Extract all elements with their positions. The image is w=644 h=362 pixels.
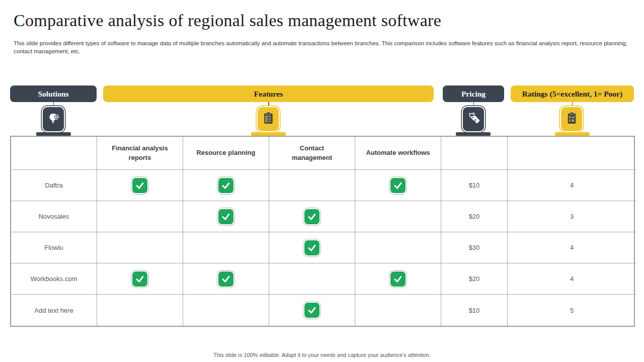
features-tab-mark xyxy=(251,132,286,136)
checkmark-icon xyxy=(131,270,148,288)
page-title: Comparative analysis of regional sales m… xyxy=(14,11,441,30)
feature-cell xyxy=(355,232,441,263)
rating-clipboard-icon xyxy=(565,111,579,128)
pricing-header-pill: Pricing xyxy=(443,85,504,102)
feature-column-header: Contact management xyxy=(269,137,355,170)
feature-cell xyxy=(97,263,183,295)
checkmark-icon xyxy=(389,270,407,288)
checkmark-icon xyxy=(217,208,234,225)
rating-cell: 4 xyxy=(508,232,636,263)
price-tags-icon: $ xyxy=(467,111,480,128)
solution-name-cell: Flowlu xyxy=(11,232,97,263)
solutions-icon-badge xyxy=(42,106,65,132)
pricing-icon-badge: $ xyxy=(462,106,485,132)
rating-cell: 4 xyxy=(508,170,636,201)
feature-cell xyxy=(269,295,355,326)
feature-cell xyxy=(355,263,441,295)
feature-column-header: Resource planning xyxy=(183,137,269,170)
features-label: Features xyxy=(254,89,283,99)
feature-cell xyxy=(97,295,183,326)
solutions-tab-mark xyxy=(36,132,71,136)
pricing-cell: $20 xyxy=(441,201,508,232)
feature-column-header: Financial analysis reports xyxy=(97,137,183,170)
checkmark-icon xyxy=(131,177,148,194)
solution-name-cell: Novosales xyxy=(11,201,97,232)
solutions-header-pill: Solutions xyxy=(10,85,97,102)
pricing-header-cell xyxy=(441,137,508,170)
checklist-clipboard-icon xyxy=(262,111,275,128)
features-header-pill: Features xyxy=(103,85,434,102)
checkmark-icon xyxy=(217,270,234,288)
ratings-icon-badge xyxy=(560,106,583,132)
feature-cell xyxy=(269,201,355,232)
feature-cell xyxy=(183,295,269,326)
checkmark-icon xyxy=(217,177,234,194)
feature-cell xyxy=(355,170,441,201)
feature-cell xyxy=(183,201,269,232)
checkmark-icon xyxy=(303,239,320,256)
feature-cell xyxy=(183,232,269,263)
feature-cell xyxy=(97,201,183,232)
feature-cell xyxy=(269,232,355,263)
feature-cell xyxy=(183,263,269,295)
rating-cell: 3 xyxy=(508,201,636,232)
ratings-header-pill: Ratings (5=excellent, 1= Poor) xyxy=(511,85,634,102)
solution-name-cell: Daftra xyxy=(11,170,97,201)
comparison-table: Financial analysis reports Resource plan… xyxy=(10,136,635,327)
pricing-cell: $10 xyxy=(441,170,508,201)
solution-name-cell: Workbooks.com xyxy=(11,263,97,295)
feature-cell xyxy=(269,263,355,295)
rating-cell: 5 xyxy=(508,295,636,326)
pricing-tab-mark xyxy=(456,132,491,136)
checkmark-icon xyxy=(303,208,320,225)
feature-cell xyxy=(97,170,183,201)
feature-cell xyxy=(97,232,183,263)
slide-description: This slide provides different types of s… xyxy=(14,40,630,55)
pricing-cell: $30 xyxy=(441,232,508,263)
checkmark-icon xyxy=(389,177,407,194)
corner-cell xyxy=(11,137,97,170)
pricing-label: Pricing xyxy=(461,89,486,99)
feature-column-header: Automate workflows xyxy=(355,137,441,170)
rating-cell: 4 xyxy=(508,263,636,295)
slide-footnote: This slide is 100% editable. Adapt it to… xyxy=(0,352,644,358)
solutions-label: Solutions xyxy=(38,89,68,99)
pricing-cell: $10 xyxy=(441,295,508,326)
pricing-cell: $20 xyxy=(441,263,508,295)
feature-cell xyxy=(183,170,269,201)
ratings-header-cell xyxy=(508,137,636,170)
features-icon-badge xyxy=(257,106,280,132)
lightbulb-gear-icon xyxy=(47,111,60,128)
feature-cell xyxy=(269,170,355,201)
checkmark-icon xyxy=(303,302,320,319)
feature-cell xyxy=(355,295,441,326)
ratings-label: Ratings (5=excellent, 1= Poor) xyxy=(522,89,622,99)
solution-name-cell: Add text here xyxy=(11,295,97,326)
ratings-tab-mark xyxy=(555,132,590,136)
feature-cell xyxy=(355,201,441,232)
